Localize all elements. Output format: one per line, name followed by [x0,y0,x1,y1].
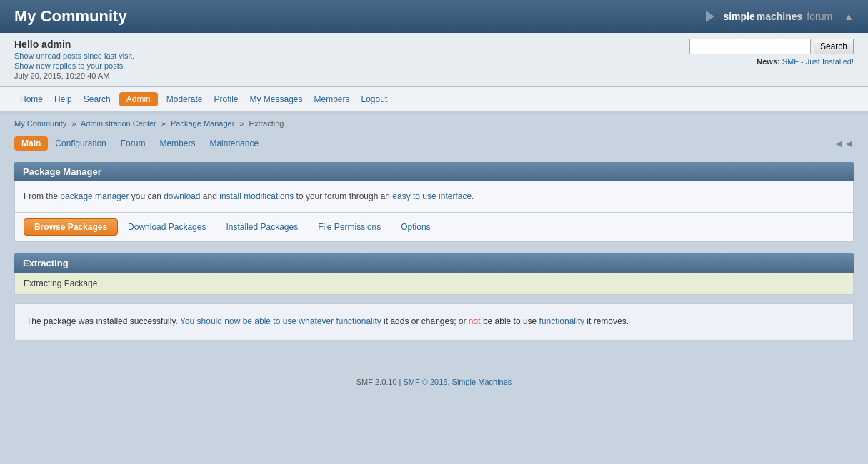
success-part4: it adds or changes; or [381,316,469,326]
back-icon[interactable]: ◄◄ [834,138,854,149]
nav-links: Home Help Search Admin Moderate Profile … [14,91,854,107]
subnav-main[interactable]: Main [14,136,48,151]
hello-section: Hello admin Show unread posts since last… [14,39,134,80]
package-manager-header: Package Manager [14,162,854,181]
breadcrumb-current: Extracting [249,119,284,128]
search-news-area: Search News: SMF - Just Installed! [689,39,854,66]
package-manager-section: Package Manager From the package manager… [14,162,854,242]
subnav-links: Main Configuration Forum Members Mainten… [14,136,266,151]
nav-profile[interactable]: Profile [208,91,244,107]
subnav-configuration[interactable]: Configuration [48,136,113,151]
footer-copyright: SMF © 2015, Simple Machines [404,378,512,386]
breadcrumb: My Community » Administration Center » P… [0,114,868,133]
success-part5: not [469,316,481,326]
news-label: News: [757,57,779,66]
site-header: My Community simplemachinesforum ▲ [0,0,868,33]
breadcrumb-sep2: » [161,119,166,128]
main-content: Package Manager From the package manager… [0,162,868,355]
success-part3: functionality [336,316,381,326]
nav-moderate[interactable]: Moderate [161,91,209,107]
subnav-forum[interactable]: Forum [114,136,153,151]
footer: SMF 2.0.10 | SMF © 2015, Simple Machines [0,369,868,395]
search-row: Search [689,39,854,54]
footer-version: SMF 2.0.10 [356,378,397,386]
nav-members[interactable]: Members [309,91,356,107]
logo-area: simplemachinesforum ▲ [706,11,854,22]
breadcrumb-admin[interactable]: Administration Center [81,119,156,128]
hello-greeting: Hello admin [14,39,134,50]
success-part2: You should now be able to use whatever [180,316,336,326]
nav-search[interactable]: Search [78,91,116,107]
browse-packages-button[interactable]: Browse Packages [24,218,118,236]
download-packages-link[interactable]: Download Packages [118,222,216,232]
download-link[interactable]: download [164,191,200,201]
easy-link[interactable]: easy to use interface [392,191,472,201]
logo-simple: simple [723,11,754,22]
logo-arrow-icon [706,11,714,22]
search-input[interactable] [689,39,811,54]
file-permissions-link[interactable]: File Permissions [308,222,391,232]
subnav: Main Configuration Forum Members Mainten… [0,133,868,156]
breadcrumb-sep1: » [71,119,76,128]
search-button[interactable]: Search [814,39,854,54]
package-manager-description-box: From the package manager you can downloa… [14,181,854,213]
subnav-members[interactable]: Members [152,136,202,151]
logo-forum: forum [807,11,832,22]
breadcrumb-sep3: » [239,119,244,128]
news-row: News: SMF - Just Installed! [757,57,854,66]
pkg-manager-link[interactable]: package manager [60,191,129,201]
site-title: My Community [14,7,127,26]
options-link[interactable]: Options [391,222,440,232]
breadcrumb-home[interactable]: My Community [14,119,66,128]
footer-copyright-link[interactable]: SMF © 2015, Simple Machines [404,378,512,386]
nav-admin[interactable]: Admin [119,92,158,106]
extracting-status-box: Extracting Package [14,273,854,295]
package-buttons-bar: Browse Packages Download Packages Instal… [14,213,854,242]
info-bar: Hello admin Show unread posts since last… [0,33,868,86]
news-text: SMF - Just Installed! [782,57,854,66]
nav-help[interactable]: Help [49,91,78,107]
breadcrumb-pkgmgr[interactable]: Package Manager [171,119,234,128]
navbar: Home Help Search Admin Moderate Profile … [0,87,868,113]
extracting-section: Extracting Extracting Package The packag… [14,253,854,341]
footer-smf: SMF 2.0.10 | SMF © 2015, Simple Machines [9,378,859,386]
smf-logo: simplemachinesforum [723,11,832,22]
package-manager-description: From the package manager you can downloa… [24,190,844,203]
success-part7: functionality [539,316,584,326]
new-replies-link[interactable]: Show new replies to your posts. [14,61,134,70]
current-date: July 20, 2015, 10:29:40 AM [14,71,134,80]
collapse-icon[interactable]: ▲ [844,11,854,22]
extracting-header: Extracting [14,253,854,273]
subnav-maintenance[interactable]: Maintenance [202,136,266,151]
success-part8: it removes. [584,316,629,326]
success-part6: be able to use [481,316,539,326]
logo-machines: machines [757,11,803,22]
nav-messages[interactable]: My Messages [244,91,308,107]
unread-posts-link[interactable]: Show unread posts since last visit. [14,51,134,60]
success-part1: The package was installed successfully. [26,316,178,326]
success-message-box: The package was installed successfully. … [14,303,854,341]
installed-packages-link[interactable]: Installed Packages [216,222,308,232]
nav-home[interactable]: Home [14,91,49,107]
nav-logout[interactable]: Logout [356,91,394,107]
extracting-status: Extracting Package [24,278,97,288]
install-link[interactable]: install modifications [219,191,294,201]
